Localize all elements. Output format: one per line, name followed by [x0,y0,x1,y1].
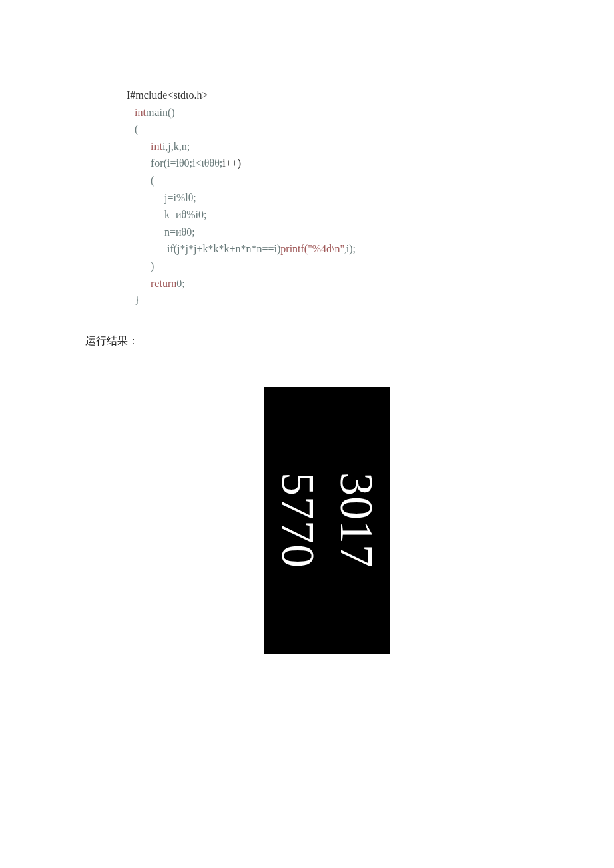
console-text: 3017 5770 [268,472,386,568]
keyword: return [151,278,176,289]
brace: ( [151,175,154,186]
code-line: ( [127,172,527,189]
code-text: for(i=i [151,157,179,169]
code-block: I#mclude<stdιo.h> intmain() ( inti,j,k,n… [127,87,527,309]
code-line: if(j*j*j+k*k*k+n*n*n==i)printf("%4d\n",i… [127,240,527,258]
code-text: n=и [164,226,182,238]
code-text: j=i%l [164,192,188,203]
code-text: θ [179,157,184,169]
output-line: 3017 [327,472,386,568]
code-line: intmain() [127,104,527,121]
code-text: k=и [164,209,182,220]
code-text: 0; [176,278,184,289]
result-label: 运行结果： [85,334,527,348]
keyword: int [135,107,146,118]
document-page: I#mclude<stdιo.h> intmain() ( inti,j,k,n… [0,0,614,868]
console-output: 3017 5770 [264,387,390,654]
code-text: %i0; [186,209,206,220]
code-line: ) [127,258,527,275]
code-line: inti,j,k,n; [127,138,527,155]
code-text: 0; [186,226,194,238]
output-line: 5770 [268,472,327,568]
code-text: i,j,k,n; [162,141,190,152]
code-line: k=иθ%i0; [127,206,527,224]
code-line: n=иθ0; [127,224,527,241]
code-text: printf("%4d\n" [280,243,344,254]
code-text: ; [193,192,196,203]
brace: ( [135,123,138,135]
keyword: if [167,243,174,254]
code-line: I#mclude<stdιo.h> [127,87,527,104]
brace: } [135,294,140,306]
code-line: return0; [127,275,527,292]
keyword: int [151,141,162,152]
code-line: ( [127,121,527,138]
code-line: } [127,292,527,309]
code-text: main() [146,107,175,118]
code-text: θθθ [204,157,220,169]
code-text: (j*j*j+k*k*k+n*n*n==i) [174,243,281,254]
code-text: 0;i<ι [184,157,204,169]
code-text: i++) [222,157,241,169]
code-text: i); [346,243,356,254]
brace: ) [151,260,154,272]
code-line: j=i%lθ; [127,189,527,207]
code-text: I#mclude<stdιo.h> [127,89,208,101]
code-line: for(i=iθ0;i<ιθθθ;i++) [127,155,527,172]
